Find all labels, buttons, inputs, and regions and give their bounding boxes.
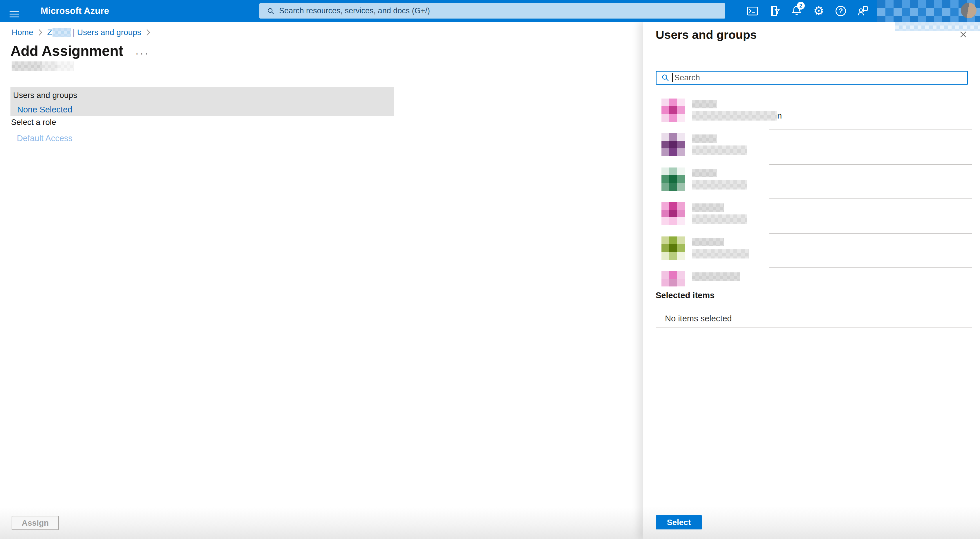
assign-button[interactable]: Assign xyxy=(12,516,59,530)
search-icon xyxy=(266,7,275,15)
redacted-name xyxy=(692,273,740,281)
select-button[interactable]: Select xyxy=(655,515,702,529)
select-role-label: Select a role xyxy=(11,118,56,127)
user-list: n xyxy=(655,96,972,287)
redacted-email xyxy=(692,146,747,155)
user-list-item[interactable] xyxy=(655,233,972,268)
feedback-button[interactable] xyxy=(852,0,874,22)
user-list-item[interactable] xyxy=(655,199,972,233)
users-groups-field: Users and groups None Selected xyxy=(10,87,394,116)
main-content: Home Z| Users and groups Add Assignment … xyxy=(0,22,643,539)
redacted-email xyxy=(692,249,749,258)
topbar-icon-group: 2 ⚙ ? xyxy=(741,0,874,22)
feedback-icon xyxy=(856,5,869,17)
brand-title: Microsoft Azure xyxy=(41,0,109,22)
redacted-name xyxy=(692,169,717,178)
directory-filter-icon xyxy=(768,5,781,17)
hamburger-icon xyxy=(10,11,19,11)
breadcrumb-separator xyxy=(38,29,43,36)
email-remnant: n xyxy=(777,111,782,120)
default-access-link[interactable]: Default Access xyxy=(17,133,73,143)
redacted-name xyxy=(692,100,717,108)
redacted-name xyxy=(692,203,724,212)
no-items-text: No items selected xyxy=(665,314,732,323)
user-avatar xyxy=(662,133,685,156)
none-selected-link[interactable]: None Selected xyxy=(17,105,72,114)
redacted-user-text xyxy=(692,202,747,233)
hamburger-menu-button[interactable] xyxy=(5,0,23,22)
redacted-subtitle xyxy=(12,62,74,71)
settings-button[interactable]: ⚙ xyxy=(808,0,830,22)
redacted-email xyxy=(692,180,747,190)
redacted-user-text xyxy=(692,133,747,165)
breadcrumb-users-groups-link[interactable]: Z| Users and groups xyxy=(47,28,141,37)
selected-items-divider xyxy=(655,327,972,328)
user-avatar xyxy=(662,168,685,191)
user-avatar xyxy=(961,3,977,18)
breadcrumb-home-link[interactable]: Home xyxy=(12,28,33,37)
user-list-item[interactable] xyxy=(655,130,972,165)
selected-items-heading: Selected items xyxy=(655,291,714,300)
directory-filter-button[interactable] xyxy=(764,0,786,22)
help-button[interactable]: ? xyxy=(830,0,852,22)
redacted-email xyxy=(692,214,747,224)
search-icon xyxy=(660,73,670,82)
redacted-user-text: n xyxy=(692,98,782,130)
cloud-shell-icon xyxy=(746,5,759,17)
panel-footer: Select xyxy=(643,504,980,539)
user-list-item[interactable] xyxy=(655,268,972,287)
redacted-user-text xyxy=(692,168,747,199)
users-groups-panel: Users and groups n xyxy=(643,22,980,539)
user-list-item[interactable]: n xyxy=(655,96,972,130)
more-options-button[interactable]: ··· xyxy=(135,43,150,59)
redacted-directory-name xyxy=(52,28,71,37)
redacted-name xyxy=(692,135,717,143)
breadcrumb: Home Z| Users and groups xyxy=(12,28,155,37)
cloud-shell-button[interactable] xyxy=(741,0,764,22)
users-groups-label: Users and groups xyxy=(13,91,394,100)
user-avatar xyxy=(662,98,685,122)
main-footer: Assign xyxy=(0,504,643,539)
page-title: Add Assignment xyxy=(10,43,123,59)
global-search-bar xyxy=(259,3,725,19)
account-menu-button[interactable] xyxy=(877,0,980,22)
global-search-input[interactable] xyxy=(278,6,721,16)
close-icon xyxy=(959,30,967,39)
breadcrumb-suffix: | Users and groups xyxy=(73,28,141,37)
redacted-user-text xyxy=(692,236,749,268)
user-avatar xyxy=(662,236,685,260)
panel-search-input[interactable] xyxy=(674,73,964,82)
notifications-button[interactable]: 2 xyxy=(786,0,808,22)
panel-title: Users and groups xyxy=(655,28,757,42)
settings-gear-icon: ⚙ xyxy=(813,5,824,17)
redacted-user-text xyxy=(692,271,740,287)
top-navigation-bar: Microsoft Azure 2 ⚙ ? xyxy=(0,0,980,22)
panel-search-box xyxy=(655,71,968,85)
breadcrumb-separator xyxy=(146,29,151,36)
user-list-item[interactable] xyxy=(655,165,972,199)
redacted-email xyxy=(692,111,776,120)
notification-count-badge: 2 xyxy=(797,2,805,10)
user-avatar xyxy=(662,271,685,287)
text-cursor xyxy=(672,73,673,82)
help-icon: ? xyxy=(835,6,846,16)
redacted-name xyxy=(692,238,724,246)
user-avatar xyxy=(662,202,685,225)
redacted-account-strip xyxy=(895,22,980,31)
breadcrumb-prefix: Z xyxy=(47,28,52,37)
